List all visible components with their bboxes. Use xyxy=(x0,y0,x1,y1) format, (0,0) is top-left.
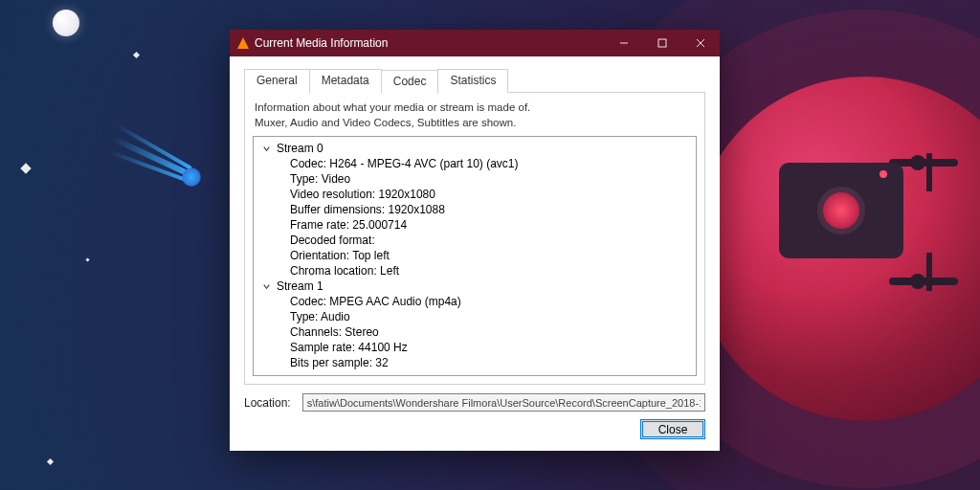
codec-description: Information about what your media or str… xyxy=(253,99,697,136)
close-button[interactable]: Close xyxy=(640,419,705,439)
stream-label: Stream 0 xyxy=(277,142,323,155)
stream-property[interactable]: Type: Video xyxy=(290,171,696,187)
codec-tree[interactable]: Stream 0Codec: H264 - MPEG-4 AVC (part 1… xyxy=(253,136,697,376)
stream-property[interactable]: Frame rate: 25.000714 xyxy=(290,217,696,233)
star-graphic xyxy=(20,163,31,173)
stream-node: Stream 1Codec: MPEG AAC Audio (mp4a)Type… xyxy=(254,278,696,370)
tab-general[interactable]: General xyxy=(244,69,310,93)
stream-header[interactable]: Stream 1 xyxy=(261,278,696,294)
stream-properties: Codec: H264 - MPEG-4 AVC (part 10) (avc1… xyxy=(261,156,696,278)
star-graphic xyxy=(85,257,89,261)
tab-bar: General Metadata Codec Statistics xyxy=(244,69,705,93)
chevron-down-icon[interactable] xyxy=(261,281,271,291)
minimize-button[interactable] xyxy=(605,30,643,56)
star-graphic xyxy=(133,52,140,58)
tab-metadata[interactable]: Metadata xyxy=(309,69,382,93)
stream-properties: Codec: MPEG AAC Audio (mp4a)Type: AudioC… xyxy=(261,294,696,370)
tab-statistics[interactable]: Statistics xyxy=(437,69,508,93)
stream-header[interactable]: Stream 0 xyxy=(261,141,696,156)
stream-label: Stream 1 xyxy=(277,279,323,293)
stream-property[interactable]: Orientation: Top left xyxy=(290,248,696,263)
star-graphic xyxy=(47,458,54,465)
stream-property[interactable]: Type: Audio xyxy=(290,309,696,324)
tab-codec[interactable]: Codec xyxy=(381,70,439,94)
stream-property[interactable]: Codec: MPEG AAC Audio (mp4a) xyxy=(290,294,696,309)
tab-page-codec: Information about what your media or str… xyxy=(244,92,705,385)
stream-property[interactable]: Video resolution: 1920x1080 xyxy=(290,187,696,202)
location-input[interactable] xyxy=(302,393,705,412)
stream-property[interactable]: Buffer dimensions: 1920x1088 xyxy=(290,202,696,217)
media-information-dialog: Current Media Information General Metada… xyxy=(230,30,720,451)
codec-description-line: Muxer, Audio and Video Codecs, Subtitles… xyxy=(255,116,695,131)
drone-graphic xyxy=(779,163,961,278)
svg-rect-0 xyxy=(658,39,666,47)
stream-property[interactable]: Sample rate: 44100 Hz xyxy=(290,340,696,355)
vlc-cone-icon xyxy=(237,37,249,49)
titlebar[interactable]: Current Media Information xyxy=(230,30,720,56)
window-title: Current Media Information xyxy=(255,36,388,50)
stream-property[interactable]: Channels: Stereo xyxy=(290,324,696,340)
maximize-button[interactable] xyxy=(643,30,681,56)
stream-property[interactable]: Bits per sample: 32 xyxy=(290,355,696,370)
stream-property[interactable]: Chroma location: Left xyxy=(290,263,696,278)
stream-property[interactable]: Codec: H264 - MPEG-4 AVC (part 10) (avc1… xyxy=(290,156,696,171)
codec-description-line: Information about what your media or str… xyxy=(255,100,695,116)
location-label: Location: xyxy=(244,396,291,410)
chevron-down-icon[interactable] xyxy=(261,144,271,153)
stream-property[interactable]: Decoded format: xyxy=(290,233,696,248)
moon-graphic xyxy=(53,10,79,36)
stream-node: Stream 0Codec: H264 - MPEG-4 AVC (part 1… xyxy=(254,141,696,278)
close-window-button[interactable] xyxy=(681,30,720,56)
